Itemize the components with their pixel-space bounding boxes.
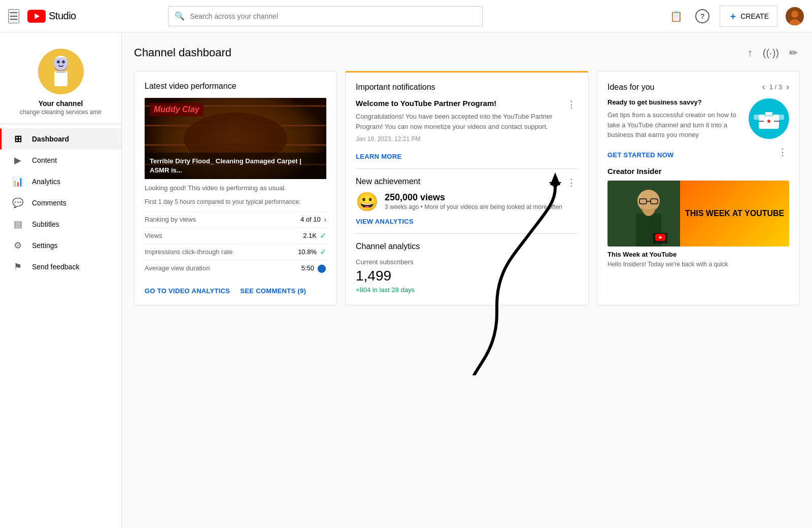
logo[interactable]: Studio [27, 10, 76, 23]
stat-value-ctr: 10.8% ✓ [298, 247, 326, 257]
partner-title: Welcome to YouTube Partner Program! [356, 99, 496, 108]
create-plus-icon: ＋ [728, 10, 737, 22]
check-blue-icon: ⬤ [317, 263, 326, 273]
stat-label-views: Views [145, 232, 162, 239]
check-green-icon: ✓ [320, 231, 326, 240]
sidebar-item-dashboard[interactable]: ⊞ Dashboard [0, 128, 121, 150]
ideas-text: Ready to get business savvy? Get tips fr… [607, 98, 740, 146]
subtitles-icon: ▤ [12, 219, 24, 230]
creator-insider-title: Creator Insider [607, 167, 789, 175]
menu-toggle-button[interactable]: ☰ [8, 9, 19, 23]
latest-video-card: Latest video performance [134, 71, 337, 305]
svg-point-21 [767, 120, 770, 123]
ideas-nav: ‹ 1 / 3 › [762, 82, 789, 92]
content-icon: ▶ [12, 155, 24, 166]
messages-icon: 📋 [670, 10, 683, 22]
svg-rect-7 [54, 71, 67, 86]
creator-insider-section: Creator Insider [607, 167, 789, 269]
stat-value-duration: 5:50 ⬤ [301, 263, 326, 273]
achievement-header-row: New achievement ⋮ [356, 177, 578, 191]
partner-more-button[interactable]: ⋮ [565, 99, 578, 110]
svg-point-3 [791, 11, 798, 18]
comments-icon: 💬 [12, 197, 24, 208]
sidebar-item-subtitles[interactable]: ▤ Subtitles [0, 214, 121, 235]
ideas-card: Ideas for you ‹ 1 / 3 › Ready to get bus… [597, 71, 800, 305]
sidebar-item-comments[interactable]: 💬 Comments [0, 192, 121, 214]
get-started-row: GET STARTED NOW ⋮ [607, 146, 789, 159]
achievement-more-button[interactable]: ⋮ [565, 177, 578, 188]
video-overlay-title: Terrible Dirty Flood_ Cleaning Damaged C… [145, 153, 326, 179]
learn-more-link[interactable]: LEARN MORE [356, 153, 401, 160]
live-icon: ((·)) [763, 47, 779, 58]
sidebar-item-label-feedback: Send feedback [32, 263, 79, 271]
live-icon-button[interactable]: ((·)) [761, 45, 781, 61]
latest-video-card-title: Latest video performance [145, 82, 326, 91]
achievement-emoji: 😀 [356, 191, 379, 213]
svg-rect-10 [56, 71, 65, 73]
sidebar-item-label-analytics: Analytics [32, 178, 60, 186]
stat-row-ctr: Impressions click-through rate 10.8% ✓ [145, 243, 326, 260]
subscribers-count: 1,499 [356, 268, 578, 284]
channel-avatar[interactable] [38, 49, 84, 94]
help-icon: ? [695, 9, 709, 23]
header-left: ☰ Studio [8, 9, 76, 23]
sidebar-item-label-settings: Settings [32, 241, 58, 250]
partner-body: Congratulations! You have been accepted … [356, 112, 578, 131]
stat-value-views: 2.1K ✓ [303, 231, 326, 240]
achievement-row: 😀 250,000 views 3 weeks ago • More of yo… [356, 191, 578, 213]
channel-avatar-image [38, 49, 84, 94]
view-analytics-link[interactable]: VIEW ANALYTICS [356, 218, 414, 225]
sidebar-item-feedback[interactable]: ⚑ Send feedback [0, 256, 121, 277]
dashboard-icon: ⊞ [12, 133, 24, 145]
creator-video-overlay-text: THIS WEEK AT YOUTUBE [681, 204, 788, 222]
channel-info: Your channel change cleaning services am… [0, 41, 121, 124]
avatar-image [786, 7, 804, 25]
sidebar-item-label-comments: Comments [32, 199, 66, 207]
messages-icon-button[interactable]: 📋 [667, 7, 685, 25]
ideas-more-button[interactable]: ⋮ [776, 147, 789, 158]
stat-label-ctr: Impressions click-through rate [145, 248, 232, 256]
go-to-video-analytics-link[interactable]: GO TO VIDEO ANALYTICS [145, 287, 230, 295]
sidebar-item-settings[interactable]: ⚙ Settings [0, 235, 121, 256]
user-avatar[interactable] [786, 7, 804, 25]
edit-icon: ✏ [789, 47, 798, 58]
edit-icon-button[interactable]: ✏ [787, 45, 800, 61]
get-started-link[interactable]: GET STARTED NOW [607, 151, 674, 159]
dashboard-header-icons: ↑ ((·)) ✏ [746, 45, 800, 61]
creator-video-desc: Hello Insiders! Today we're back with a … [607, 260, 789, 269]
dashboard-cards-grid: Latest video performance [134, 71, 800, 305]
video-performance-desc: Looking good! This video is performing a… [145, 184, 326, 192]
card-links-row: GO TO VIDEO ANALYTICS SEE COMMENTS (9) [145, 282, 326, 295]
sidebar: Your channel change cleaning services am… [0, 32, 122, 528]
sidebar-item-content[interactable]: ▶ Content [0, 150, 121, 171]
stat-label-ranking: Ranking by views [145, 216, 196, 223]
creator-video-yt-badge [653, 233, 667, 243]
analytics-icon: 📊 [12, 176, 24, 187]
ideas-next-button[interactable]: › [786, 82, 789, 92]
ideas-header: Ideas for you ‹ 1 / 3 › [607, 82, 789, 92]
main-content: Channel dashboard ↑ ((·)) ✏ Latest video… [122, 32, 812, 528]
upload-icon-button[interactable]: ↑ [746, 45, 755, 61]
creator-video-thumbnail[interactable]: THIS WEEK AT YOUTUBE [607, 181, 789, 247]
channel-name: Your channel [39, 99, 83, 108]
app-header: ☰ Studio 🔍 📋 ? ＋ CREATE [0, 0, 812, 32]
creator-person-image [607, 181, 689, 247]
search-input[interactable] [190, 12, 476, 20]
sidebar-item-label-dashboard: Dashboard [32, 135, 69, 143]
create-button[interactable]: ＋ CREATE [720, 6, 777, 27]
svg-rect-20 [754, 115, 784, 120]
stat-value-ranking: 4 of 10 › [300, 215, 326, 224]
help-icon-button[interactable]: ? [693, 7, 712, 25]
search-icon: 🔍 [175, 11, 185, 21]
achievement-title: New achievement [356, 177, 420, 186]
ideas-desc: Get tips from a successful creator on ho… [607, 110, 740, 140]
sidebar-item-label-subtitles: Subtitles [32, 220, 59, 228]
settings-icon: ⚙ [12, 240, 24, 251]
ideas-prev-button[interactable]: ‹ [762, 82, 765, 92]
channel-analytics-title: Channel analytics [356, 242, 578, 251]
dashboard-header: Channel dashboard ↑ ((·)) ✏ [134, 45, 800, 61]
see-comments-link[interactable]: SEE COMMENTS (9) [240, 287, 306, 295]
video-thumbnail[interactable]: Muddy Clay Terrible Dirty Flood_ Cleanin… [145, 98, 326, 179]
stat-row-duration: Average view duration 5:50 ⬤ [145, 260, 326, 276]
sidebar-item-analytics[interactable]: 📊 Analytics [0, 171, 121, 192]
